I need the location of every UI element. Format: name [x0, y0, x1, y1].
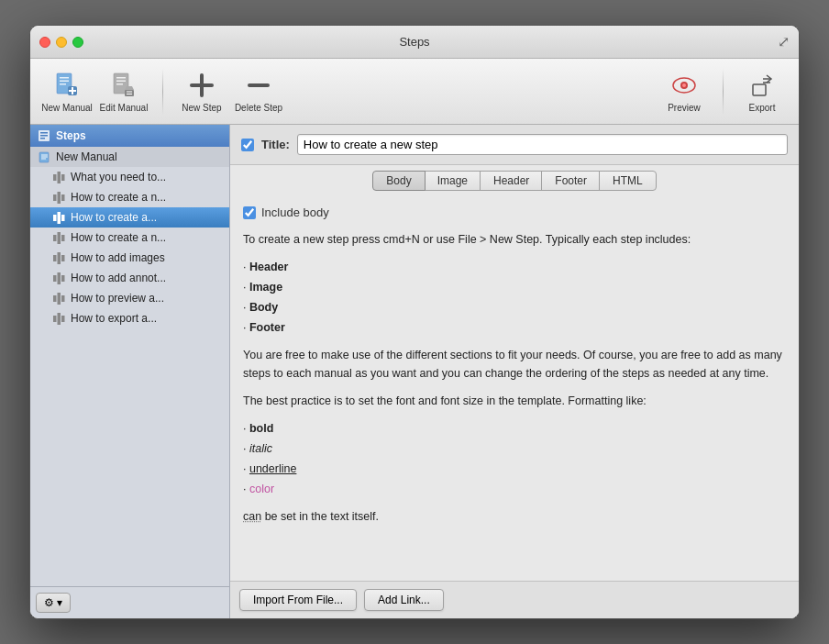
svg-rect-47	[53, 275, 57, 282]
close-button[interactable]	[39, 37, 50, 48]
list-item-header: · Header	[243, 258, 786, 276]
new-step-button[interactable]: New Step	[174, 65, 229, 118]
sidebar-top-item-label: New Manual	[56, 150, 117, 163]
svg-rect-44	[53, 255, 57, 261]
sidebar-item-5[interactable]: How to add annot...	[30, 268, 229, 288]
new-manual-label: New Manual	[41, 103, 93, 113]
expand-icon[interactable]: ⤢	[778, 33, 790, 50]
svg-rect-49	[61, 275, 65, 282]
sidebar: Steps New Manual	[30, 125, 230, 618]
svg-rect-39	[57, 212, 61, 224]
svg-rect-3	[60, 83, 66, 85]
svg-rect-2	[60, 80, 69, 82]
sidebar-item-4[interactable]: How to add images	[30, 248, 229, 268]
add-link-button[interactable]: Add Link...	[364, 589, 444, 611]
content-footer: Import From File... Add Link...	[230, 581, 799, 618]
sidebar-header-icon	[38, 129, 50, 142]
tab-html[interactable]: HTML	[599, 171, 657, 191]
svg-rect-35	[53, 194, 57, 201]
svg-rect-46	[61, 255, 65, 261]
window-controls	[39, 37, 83, 48]
sidebar-item-3[interactable]: How to create a n...	[30, 228, 229, 248]
tab-footer[interactable]: Footer	[541, 171, 601, 191]
sidebar-item-icon-1	[52, 191, 65, 204]
edit-manual-label: Edit Manual	[100, 103, 149, 113]
maximize-button[interactable]	[72, 37, 83, 48]
tab-header[interactable]: Header	[480, 171, 543, 191]
gear-dropdown-icon: ▾	[57, 596, 62, 609]
delete-step-icon	[244, 71, 273, 100]
new-manual-button[interactable]: New Manual	[39, 65, 94, 118]
new-step-icon	[187, 71, 216, 100]
svg-rect-38	[53, 215, 57, 221]
svg-rect-9	[116, 80, 126, 82]
include-body-row: Include body	[243, 205, 786, 219]
tab-image[interactable]: Image	[424, 171, 481, 191]
export-button[interactable]: Export	[735, 65, 790, 118]
minimize-button[interactable]	[56, 37, 67, 48]
svg-rect-54	[57, 313, 61, 325]
toolbar-group-manual: New Manual	[39, 65, 151, 118]
svg-rect-52	[61, 295, 65, 302]
sidebar-bottom: ⚙ ▾	[30, 586, 229, 618]
body-list: · Header · Image · Body · Footer	[243, 258, 786, 337]
sidebar-item-icon-7	[52, 312, 65, 325]
gear-button[interactable]: ⚙ ▾	[36, 593, 71, 613]
sidebar-header: Steps	[30, 125, 229, 147]
body-intro: To create a new step press cmd+N or use …	[243, 230, 786, 249]
svg-rect-41	[53, 235, 57, 241]
format-underline: · underline	[243, 460, 786, 478]
sidebar-top-item[interactable]: New Manual	[30, 147, 229, 167]
list-item-body: · Body	[243, 298, 786, 316]
sidebar-item-2[interactable]: How to create a...	[30, 207, 229, 228]
delete-step-label: Delete Step	[235, 103, 282, 113]
format-color: · color	[243, 480, 786, 498]
list-item-footer: · Footer	[243, 318, 786, 337]
body-para3: The best practice is to set the font and…	[243, 392, 786, 410]
sidebar-item-1[interactable]: How to create a n...	[30, 187, 229, 207]
main-area: Steps New Manual	[30, 125, 799, 618]
sidebar-item-icon-3	[52, 231, 65, 244]
sidebar-header-text: Steps	[56, 129, 86, 142]
svg-rect-37	[61, 194, 65, 201]
tab-body[interactable]: Body	[372, 171, 425, 191]
toolbar-group-step: New Step Delete Step	[174, 65, 286, 118]
title-label: Title:	[261, 138, 290, 151]
content-body: Include body To create a new step press …	[230, 196, 799, 581]
toolbar-sep-2	[723, 69, 724, 115]
title-checkbox[interactable]	[241, 139, 254, 151]
include-body-checkbox[interactable]	[243, 206, 256, 219]
edit-manual-button[interactable]: Edit Manual	[96, 65, 151, 118]
content-header: Title:	[230, 125, 799, 165]
list-item-image: · Image	[243, 278, 786, 296]
sidebar-item-icon-6	[52, 292, 65, 305]
window-title: Steps	[399, 35, 429, 49]
export-label: Export	[749, 103, 776, 113]
svg-rect-29	[41, 154, 48, 155]
include-body-label: Include body	[261, 205, 329, 219]
svg-rect-1	[60, 77, 69, 79]
svg-rect-21	[753, 84, 766, 95]
svg-rect-30	[41, 156, 48, 157]
svg-rect-43	[61, 235, 65, 241]
preview-button[interactable]: Preview	[657, 65, 712, 118]
svg-rect-33	[57, 172, 61, 183]
body-text: To create a new step press cmd+N or use …	[243, 230, 786, 526]
sidebar-item-6[interactable]: How to preview a...	[30, 288, 229, 308]
svg-rect-11	[125, 90, 134, 96]
sidebar-item-7[interactable]: How to export a...	[30, 308, 229, 328]
delete-step-button[interactable]: Delete Step	[231, 65, 286, 118]
svg-rect-34	[61, 174, 65, 181]
svg-rect-55	[61, 316, 65, 322]
sidebar-item-0[interactable]: What you need to...	[30, 167, 229, 187]
svg-rect-53	[53, 316, 57, 322]
title-bar: Steps ⤢	[30, 26, 799, 59]
preview-label: Preview	[668, 103, 701, 113]
title-input[interactable]	[297, 134, 788, 155]
new-step-label: New Step	[182, 103, 221, 113]
tabs-bar: Body Image Header Footer HTML	[230, 165, 799, 196]
import-file-button[interactable]: Import From File...	[239, 589, 357, 611]
export-icon	[747, 71, 777, 100]
svg-rect-36	[57, 192, 61, 204]
body-para2: You are free to make use of the differen…	[243, 346, 786, 383]
